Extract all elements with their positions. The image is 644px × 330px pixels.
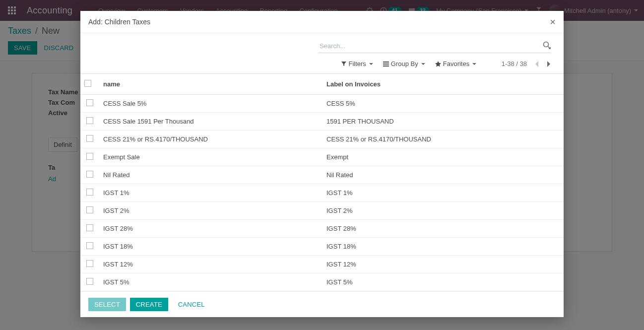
svg-rect-14 bbox=[383, 66, 389, 66]
table-row[interactable]: IGST 12%IGST 12% bbox=[80, 256, 564, 273]
modal: Add: Children Taxes × bbox=[80, 11, 564, 317]
pager-text: 1-38 / 38 bbox=[502, 60, 527, 67]
row-checkbox[interactable] bbox=[86, 260, 93, 267]
filters-button[interactable]: Filters bbox=[341, 60, 373, 67]
favorites-label: Favorites bbox=[443, 60, 469, 67]
row-checkbox[interactable] bbox=[86, 171, 93, 178]
row-checkbox[interactable] bbox=[86, 224, 93, 231]
row-checkbox[interactable] bbox=[86, 99, 93, 106]
svg-rect-12 bbox=[383, 62, 389, 63]
search-box bbox=[319, 40, 551, 53]
row-name: CESS Sale 1591 Per Thousand bbox=[99, 113, 322, 131]
row-label: IGST 5% bbox=[322, 273, 564, 291]
modal-footer: SELECT CREATE CANCEL bbox=[80, 291, 564, 317]
modal-header: Add: Children Taxes × bbox=[80, 11, 564, 33]
filters-label: Filters bbox=[348, 60, 366, 67]
table-row[interactable]: IGST 1%IGST 1% bbox=[80, 184, 564, 202]
row-name: IGST 12% bbox=[99, 256, 322, 273]
search-input[interactable] bbox=[319, 40, 551, 53]
modal-body: Filters Group By Favorites bbox=[80, 33, 564, 291]
table-row[interactable]: IGST 5%IGST 5% bbox=[80, 273, 564, 291]
column-name[interactable]: name bbox=[99, 74, 322, 95]
row-label: CESS 5% bbox=[322, 95, 564, 113]
row-name: IGST 5% bbox=[99, 273, 322, 291]
list-toolbar: Filters Group By Favorites bbox=[80, 55, 564, 73]
row-label: IGST 12% bbox=[322, 256, 564, 273]
row-checkbox[interactable] bbox=[86, 135, 93, 142]
row-name: IGST 1% bbox=[99, 184, 322, 202]
row-label: IGST 1% bbox=[322, 184, 564, 202]
row-name: CESS 21% or RS.4170/THOUSAND bbox=[99, 131, 322, 148]
row-label: 1591 PER THOUSAND bbox=[322, 113, 564, 131]
modal-title: Add: Children Taxes bbox=[88, 18, 150, 26]
row-checkbox[interactable] bbox=[86, 117, 93, 124]
select-button[interactable]: SELECT bbox=[88, 298, 126, 311]
row-name: Exempt Sale bbox=[99, 148, 322, 166]
table-row[interactable]: CESS Sale 5%CESS 5% bbox=[80, 95, 564, 113]
table-row[interactable]: IGST 28%IGST 28% bbox=[80, 220, 564, 238]
caret-down-icon bbox=[472, 63, 476, 65]
row-label: Exempt bbox=[322, 148, 564, 166]
row-label: IGST 2% bbox=[322, 202, 564, 220]
row-checkbox[interactable] bbox=[86, 189, 93, 196]
search-icon[interactable] bbox=[543, 41, 551, 51]
groupby-button[interactable]: Group By bbox=[383, 60, 425, 67]
pager: 1-38 / 38 bbox=[502, 60, 551, 67]
search-row bbox=[80, 33, 564, 55]
favorites-button[interactable]: Favorites bbox=[435, 60, 476, 67]
row-name: IGST 2% bbox=[99, 202, 322, 220]
close-icon[interactable]: × bbox=[550, 17, 556, 27]
table-row[interactable]: CESS 21% or RS.4170/THOUSANDCESS 21% or … bbox=[80, 131, 564, 148]
modal-overlay: Add: Children Taxes × bbox=[0, 0, 644, 330]
row-name: IGST 18% bbox=[99, 238, 322, 256]
tax-list-table: name Label on Invoices CESS Sale 5%CESS … bbox=[80, 74, 564, 291]
pager-prev[interactable] bbox=[535, 61, 539, 67]
row-label: IGST 28% bbox=[322, 220, 564, 238]
table-row[interactable]: CESS Sale 1591 Per Thousand1591 PER THOU… bbox=[80, 113, 564, 131]
table-row[interactable]: IGST 2%IGST 2% bbox=[80, 202, 564, 220]
table-row[interactable]: Exempt SaleExempt bbox=[80, 148, 564, 166]
row-label: CESS 21% or RS.4170/THOUSAND bbox=[322, 131, 564, 148]
caret-down-icon bbox=[421, 63, 425, 65]
row-label: IGST 18% bbox=[322, 238, 564, 256]
row-name: Nil Rated bbox=[99, 166, 322, 184]
row-label: Nil Rated bbox=[322, 166, 564, 184]
row-checkbox[interactable] bbox=[86, 153, 93, 160]
caret-down-icon bbox=[369, 63, 373, 65]
row-name: CESS Sale 5% bbox=[99, 95, 322, 113]
row-checkbox[interactable] bbox=[86, 206, 93, 213]
create-button[interactable]: CREATE bbox=[130, 298, 168, 311]
table-row[interactable]: IGST 18%IGST 18% bbox=[80, 238, 564, 256]
pager-next[interactable] bbox=[547, 61, 551, 67]
svg-point-11 bbox=[544, 42, 549, 47]
table-row[interactable]: Nil RatedNil Rated bbox=[80, 166, 564, 184]
row-name: IGST 28% bbox=[99, 220, 322, 238]
column-label[interactable]: Label on Invoices bbox=[322, 74, 564, 95]
cancel-button[interactable]: CANCEL bbox=[172, 298, 211, 311]
groupby-label: Group By bbox=[391, 60, 418, 67]
svg-rect-13 bbox=[383, 64, 389, 65]
row-checkbox[interactable] bbox=[86, 278, 93, 285]
row-checkbox[interactable] bbox=[86, 242, 93, 249]
select-all-checkbox[interactable] bbox=[84, 80, 91, 87]
